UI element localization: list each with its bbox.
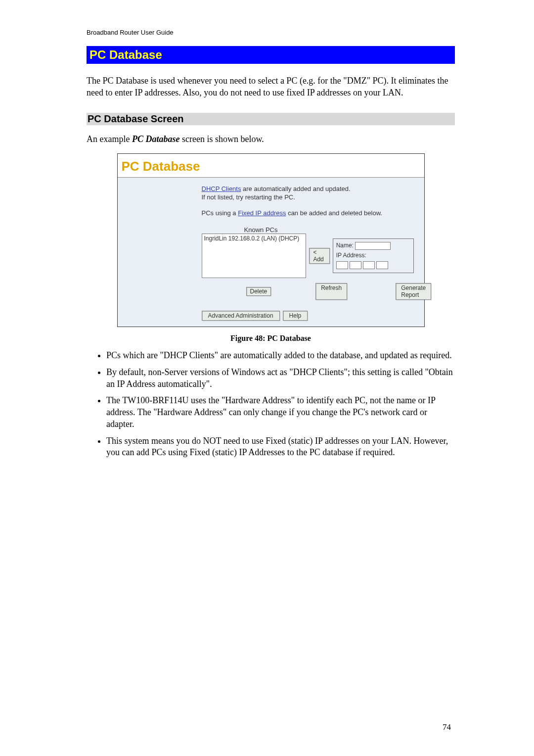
dhcp-clients-rest: are automatically added and updated. (241, 185, 350, 192)
known-pcs-row: IngridLin 192.168.0.2 (LAN) (DHCP) < Add… (202, 234, 414, 278)
screenshot-body: DHCP Clients are automatically added and… (118, 178, 424, 327)
ip-address-label: IP Address: (336, 252, 366, 259)
example-post: screen is shown below. (179, 134, 264, 144)
page-number: 74 (443, 722, 451, 732)
figure-caption: Figure 48: PC Database (87, 334, 455, 343)
fixed-ip-link[interactable]: Fixed IP address (238, 209, 286, 217)
example-bold: PC Database (132, 134, 180, 144)
document-page: Broadband Router User Guide PC Database … (0, 0, 534, 756)
known-pcs-item[interactable]: IngridLin 192.168.0.2 (LAN) (DHCP) (204, 235, 304, 242)
add-button-wrap: < Add (309, 248, 329, 264)
ip-octet-4[interactable] (376, 261, 388, 269)
intro-paragraph: The PC Database is used whenever you nee… (87, 75, 455, 99)
known-pcs-listbox[interactable]: IngridLin 192.168.0.2 (LAN) (DHCP) (202, 234, 307, 278)
list-item: PCs which are "DHCP Clients" are automat… (106, 350, 455, 362)
refresh-button[interactable]: Refresh (315, 283, 347, 300)
bullet-list: PCs which are "DHCP Clients" are automat… (87, 350, 455, 459)
delete-row: Delete Refresh Generate Report (202, 283, 414, 300)
ip-octet-2[interactable] (350, 261, 361, 269)
subheading-pc-database-screen: PC Database Screen (87, 113, 455, 125)
ip-octet-1[interactable] (336, 261, 348, 269)
add-button[interactable]: < Add (309, 248, 329, 264)
list-item: This system means you do NOT need to use… (106, 435, 455, 459)
screenshot-title: PC Database (118, 154, 424, 178)
section-title-banner: PC Database (87, 46, 455, 64)
pc-database-screenshot: PC Database DHCP Clients are automatical… (117, 153, 425, 328)
example-line: An example PC Database screen is shown b… (87, 134, 455, 144)
example-pre: An example (87, 134, 132, 144)
list-item: By default, non-Server versions of Windo… (106, 367, 455, 390)
list-item: The TW100-BRF114U uses the "Hardware Add… (106, 395, 455, 430)
generate-report-button[interactable]: Generate Report (396, 283, 431, 300)
fixed-ip-pre: PCs using a (202, 209, 238, 217)
known-pcs-label: Known PCs (202, 226, 320, 234)
ip-octet-3[interactable] (363, 261, 375, 269)
fixed-ip-post: can be added and deleted below. (286, 209, 382, 217)
dhcp-clients-link[interactable]: DHCP Clients (202, 185, 241, 192)
ip-address-fields (336, 261, 388, 269)
dhcp-clients-line: DHCP Clients are automatically added and… (202, 185, 414, 193)
right-buttons: Refresh Generate Report (271, 283, 431, 300)
screenshot-wrapper: PC Database DHCP Clients are automatical… (87, 153, 455, 328)
delete-button[interactable]: Delete (246, 287, 271, 296)
bottom-button-row: Advanced Administration Help (202, 311, 414, 321)
advanced-administration-button[interactable]: Advanced Administration (202, 311, 280, 321)
known-pcs-area: Known PCs IngridLin 192.168.0.2 (LAN) (D… (202, 226, 414, 321)
help-button[interactable]: Help (283, 311, 308, 321)
restart-pc-line: If not listed, try restarting the PC. (202, 193, 414, 202)
name-ip-panel: Name: IP Address: (333, 238, 414, 273)
document-header: Broadband Router User Guide (87, 29, 455, 36)
name-label: Name: (336, 242, 354, 249)
name-input[interactable] (355, 242, 391, 250)
fixed-ip-line: PCs using a Fixed IP address can be adde… (202, 209, 414, 218)
